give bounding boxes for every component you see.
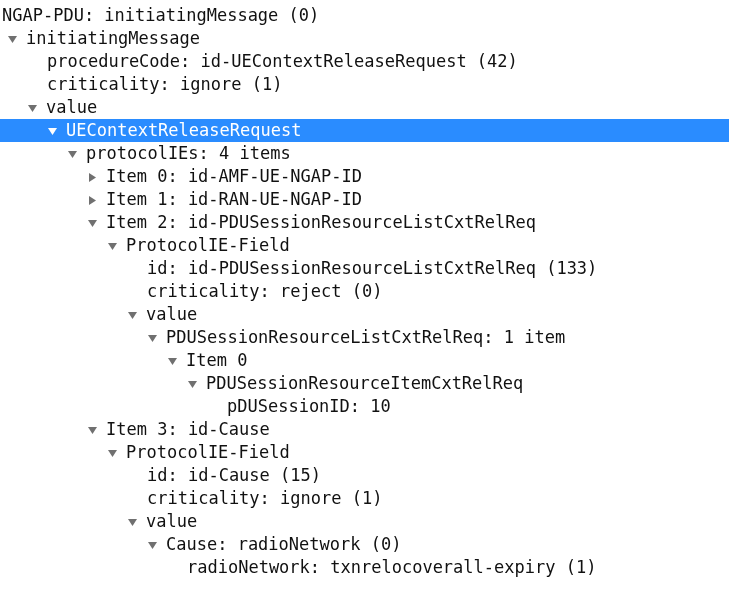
item-3-row[interactable]: Item 3: id-Cause <box>0 418 729 441</box>
ie3-criticality-row[interactable]: criticality: ignore (1) <box>0 487 729 510</box>
tree-row-label: value <box>46 97 97 117</box>
item-2-row[interactable]: Item 2: id-PDUSessionResourceListCxtRelR… <box>0 211 729 234</box>
tree-row-label: PDUSessionResourceListCxtRelReq: 1 item <box>166 327 565 347</box>
tree-row-label: value <box>146 304 197 324</box>
svg-marker-1 <box>28 105 37 112</box>
tree-row-label: protocolIEs: 4 items <box>86 143 291 163</box>
svg-marker-14 <box>128 519 137 526</box>
svg-marker-6 <box>88 220 97 227</box>
protocolie-field-2-row[interactable]: ProtocolIE-Field <box>0 234 729 257</box>
tree-row-label: ProtocolIE-Field <box>126 235 290 255</box>
triangle-right-icon[interactable] <box>87 171 98 182</box>
tree-row-label: Cause: radioNetwork (0) <box>166 534 401 554</box>
pduitem-row[interactable]: PDUSessionResourceItemCxtRelReq <box>0 372 729 395</box>
svg-marker-13 <box>108 450 117 457</box>
tree-row-label: radioNetwork: txnrelocoverall-expiry (1) <box>187 557 596 577</box>
triangle-down-icon[interactable] <box>27 102 38 113</box>
procedure-code-row[interactable]: procedureCode: id-UEContextReleaseReques… <box>0 50 729 73</box>
svg-marker-5 <box>89 196 96 205</box>
pdulist-item0-row[interactable]: Item 0 <box>0 349 729 372</box>
triangle-down-icon[interactable] <box>87 424 98 435</box>
tree-row-label: initiatingMessage <box>26 28 200 48</box>
tree-row-label: Item 2: id-PDUSessionResourceListCxtRelR… <box>106 212 536 232</box>
triangle-down-icon[interactable] <box>67 148 78 159</box>
pdulist-row[interactable]: PDUSessionResourceListCxtRelReq: 1 item <box>0 326 729 349</box>
tree-row-label: ProtocolIE-Field <box>126 442 290 462</box>
svg-marker-11 <box>188 381 197 388</box>
tree-row-label: NGAP-PDU: initiatingMessage (0) <box>2 5 319 25</box>
tree-row-label: procedureCode: id-UEContextReleaseReques… <box>47 51 518 71</box>
tree-row-label: criticality: ignore (1) <box>47 74 282 94</box>
svg-marker-0 <box>8 36 17 43</box>
svg-marker-15 <box>148 542 157 549</box>
svg-marker-7 <box>108 243 117 250</box>
triangle-down-icon[interactable] <box>87 217 98 228</box>
tree-row-label: Item 1: id-RAN-UE-NGAP-ID <box>106 189 362 209</box>
tree-row-label: UEContextReleaseRequest <box>66 120 301 140</box>
tree-row-label: Item 3: id-Cause <box>106 419 270 439</box>
triangle-down-icon[interactable] <box>187 378 198 389</box>
tree-row-label: value <box>146 511 197 531</box>
svg-marker-3 <box>68 151 77 158</box>
triangle-down-icon[interactable] <box>147 332 158 343</box>
ie2-id-row[interactable]: id: id-PDUSessionResourceListCxtRelReq (… <box>0 257 729 280</box>
ngap-pdu-row[interactable]: NGAP-PDU: initiatingMessage (0) <box>0 4 729 27</box>
triangle-down-icon[interactable] <box>127 309 138 320</box>
tree-row-label: pDUSessionID: 10 <box>227 396 391 416</box>
triangle-down-icon[interactable] <box>47 125 58 136</box>
ie2-criticality-row[interactable]: criticality: reject (0) <box>0 280 729 303</box>
item-1-row[interactable]: Item 1: id-RAN-UE-NGAP-ID <box>0 188 729 211</box>
triangle-down-icon[interactable] <box>7 33 18 44</box>
ie3-value-row[interactable]: value <box>0 510 729 533</box>
svg-marker-8 <box>128 312 137 319</box>
tree-row-label: Item 0: id-AMF-UE-NGAP-ID <box>106 166 362 186</box>
ie2-value-row[interactable]: value <box>0 303 729 326</box>
item-0-row[interactable]: Item 0: id-AMF-UE-NGAP-ID <box>0 165 729 188</box>
protocolies-row[interactable]: protocolIEs: 4 items <box>0 142 729 165</box>
tree-row-label: PDUSessionResourceItemCxtRelReq <box>206 373 523 393</box>
svg-marker-9 <box>148 335 157 342</box>
initiating-message-row[interactable]: initiatingMessage <box>0 27 729 50</box>
criticality-row[interactable]: criticality: ignore (1) <box>0 73 729 96</box>
protocolie-field-3-row[interactable]: ProtocolIE-Field <box>0 441 729 464</box>
cause-row[interactable]: Cause: radioNetwork (0) <box>0 533 729 556</box>
tree-row-label: criticality: ignore (1) <box>147 488 382 508</box>
tree-row-label: id: id-Cause (15) <box>147 465 321 485</box>
tree-row-label: id: id-PDUSessionResourceListCxtRelReq (… <box>147 258 597 278</box>
ie3-id-row[interactable]: id: id-Cause (15) <box>0 464 729 487</box>
triangle-down-icon[interactable] <box>107 447 118 458</box>
tree-row-label: criticality: reject (0) <box>147 281 382 301</box>
svg-marker-10 <box>168 358 177 365</box>
pdusessionid-row[interactable]: pDUSessionID: 10 <box>0 395 729 418</box>
radionetwork-row[interactable]: radioNetwork: txnrelocoverall-expiry (1) <box>0 556 729 579</box>
tree-row-label: Item 0 <box>186 350 247 370</box>
triangle-down-icon[interactable] <box>127 516 138 527</box>
uecontextreleaserequest-row[interactable]: UEContextReleaseRequest <box>0 119 729 142</box>
svg-marker-2 <box>48 128 57 135</box>
value-row[interactable]: value <box>0 96 729 119</box>
triangle-down-icon[interactable] <box>147 539 158 550</box>
svg-marker-4 <box>89 173 96 182</box>
triangle-down-icon[interactable] <box>167 355 178 366</box>
triangle-right-icon[interactable] <box>87 194 98 205</box>
triangle-down-icon[interactable] <box>107 240 118 251</box>
svg-marker-12 <box>88 427 97 434</box>
packet-details-tree[interactable]: NGAP-PDU: initiatingMessage (0)initiatin… <box>0 0 729 589</box>
